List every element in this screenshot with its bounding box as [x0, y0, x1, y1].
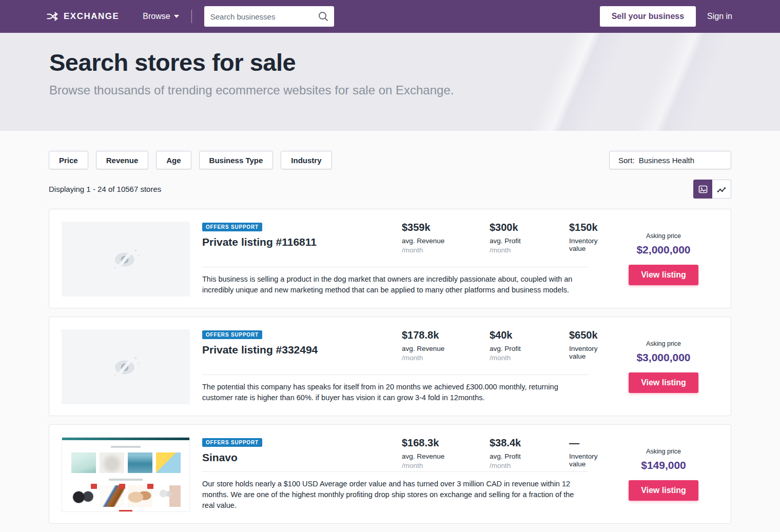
- sort-value: Business Health: [639, 156, 694, 165]
- page-subtitle: Browse thousands of trending ecommerce w…: [49, 83, 780, 97]
- view-listing-button[interactable]: View listing: [629, 372, 698, 393]
- listing-main: OFFERS SUPPORT Private listing #116811 $…: [202, 222, 598, 295]
- profit-label: avg. Profit: [490, 452, 569, 460]
- revenue-label: avg. Revenue: [402, 345, 490, 352]
- asking-price-value: $2,000,000: [636, 244, 690, 256]
- listing-main: OFFERS SUPPORT Sinavo $168.3k avg. Reven…: [202, 437, 598, 511]
- listing-description: Our store holds nearly a $100 USD Averag…: [202, 479, 588, 511]
- shuffle-icon: [47, 11, 59, 22]
- filter-price[interactable]: Price: [49, 151, 88, 169]
- offers-support-badge: OFFERS SUPPORT: [202, 438, 262, 447]
- profit-period: /month: [490, 354, 569, 362]
- top-nav: EXCHANGE Browse Sell your business Sign …: [0, 0, 780, 33]
- product-thumb: [100, 485, 124, 507]
- product-thumb: [156, 452, 181, 473]
- browse-label: Browse: [143, 12, 170, 21]
- caret-down-icon: [174, 15, 179, 18]
- listing-main: OFFERS SUPPORT Private listing #332494 $…: [202, 329, 598, 403]
- view-listing-button[interactable]: View listing: [629, 480, 698, 501]
- hidden-eye-icon: [109, 353, 143, 381]
- results-meta-row: Displaying 1 - 24 of 10567 stores: [49, 180, 731, 199]
- revenue-period: /month: [402, 354, 490, 362]
- profit-value: $300k: [490, 222, 569, 233]
- filter-age[interactable]: Age: [156, 151, 191, 169]
- sign-in-link[interactable]: Sign in: [707, 12, 732, 21]
- offers-support-badge: OFFERS SUPPORT: [202, 330, 262, 339]
- private-listing-thumbnail: [62, 329, 190, 404]
- revenue-period: /month: [402, 246, 490, 254]
- profit-value: $38.4k: [490, 437, 569, 449]
- screenshot-header-bar: [62, 438, 189, 440]
- filter-business-type[interactable]: Business Type: [199, 151, 274, 169]
- profit-label: avg. Profit: [490, 237, 569, 245]
- asking-price-label: Asking price: [646, 232, 681, 240]
- sale-badge: [119, 484, 125, 489]
- screenshot-heading: [111, 446, 141, 448]
- listing-title[interactable]: Sinavo: [202, 451, 402, 464]
- hero: Search stores for sale Browse thousands …: [0, 33, 780, 131]
- view-toggle: [693, 180, 731, 199]
- listing-stats: $168.3k avg. Revenue /month $38.4k avg. …: [402, 437, 598, 471]
- stat-profit: $40k avg. Profit /month: [490, 329, 569, 375]
- browse-menu[interactable]: Browse: [140, 11, 182, 22]
- listing-stats: $359k avg. Revenue /month $300k avg. Pro…: [402, 222, 598, 267]
- listing-title[interactable]: Private listing #116811: [202, 236, 402, 248]
- inventory-label: Inventory value: [569, 345, 598, 360]
- stat-inventory: $150k Inventory value: [569, 222, 598, 267]
- product-thumb: [71, 485, 96, 507]
- stat-profit: $38.4k avg. Profit /month: [490, 437, 569, 471]
- inventory-value: —: [569, 437, 598, 449]
- inventory-value: $150k: [569, 222, 598, 233]
- search-icon[interactable]: [318, 11, 329, 24]
- sort-select[interactable]: Sort: Business Health: [609, 151, 731, 169]
- revenue-label: avg. Revenue: [402, 452, 490, 460]
- asking-price-value: $149,000: [641, 459, 686, 471]
- screenshot-heading: [109, 479, 143, 481]
- page-title: Search stores for sale: [49, 48, 780, 76]
- stat-revenue: $168.3k avg. Revenue /month: [402, 437, 490, 471]
- sell-your-business-button[interactable]: Sell your business: [600, 6, 696, 27]
- inventory-label: Inventory value: [569, 452, 598, 468]
- hidden-eye-icon: [109, 245, 143, 273]
- asking-price-label: Asking price: [646, 448, 681, 455]
- stat-inventory: — Inventory value: [569, 437, 598, 471]
- asking-price-panel: Asking price $3,000,000 View listing: [609, 329, 718, 403]
- listing-description: The potential this company has speaks fo…: [202, 382, 588, 403]
- profit-period: /month: [490, 246, 569, 254]
- stat-profit: $300k avg. Profit /month: [490, 222, 569, 267]
- results-count: Displaying 1 - 24 of 10567 stores: [49, 185, 161, 193]
- filter-revenue[interactable]: Revenue: [96, 151, 149, 169]
- card-view-toggle[interactable]: [693, 180, 712, 199]
- product-thumb: [71, 452, 96, 473]
- search-box: [204, 6, 334, 27]
- sale-badge: [91, 484, 97, 489]
- view-listing-button[interactable]: View listing: [629, 265, 698, 285]
- chart-view-toggle[interactable]: [712, 180, 731, 199]
- brand-name: EXCHANGE: [64, 11, 119, 22]
- asking-price-value: $3,000,000: [636, 351, 690, 364]
- search-input[interactable]: [204, 6, 334, 27]
- asking-price-panel: Asking price $149,000 View listing: [609, 437, 718, 511]
- profit-value: $40k: [490, 329, 569, 341]
- exchange-logo[interactable]: EXCHANGE: [47, 11, 119, 22]
- revenue-period: /month: [402, 462, 490, 469]
- listing-title[interactable]: Private listing #332494: [202, 344, 402, 356]
- card-divider: [202, 267, 588, 267]
- screenshot-collection-row: [62, 452, 189, 473]
- filter-industry[interactable]: Industry: [281, 151, 332, 169]
- screenshot-featured-row: [62, 485, 189, 507]
- card-divider: [202, 375, 588, 375]
- inventory-label: Inventory value: [569, 237, 598, 252]
- sort-label: Sort:: [618, 156, 635, 165]
- screenshot-footer-dash: [119, 510, 132, 511]
- asking-price-label: Asking price: [646, 340, 681, 347]
- asking-price-panel: Asking price $2,000,000 View listing: [609, 222, 718, 295]
- offers-support-badge: OFFERS SUPPORT: [202, 223, 262, 231]
- revenue-value: $168.3k: [402, 437, 490, 449]
- listing-card: OFFERS SUPPORT Sinavo $168.3k avg. Reven…: [49, 424, 731, 524]
- inventory-value: $650k: [569, 329, 598, 341]
- profit-label: avg. Profit: [490, 345, 569, 352]
- nav-right: Sell your business Sign in: [600, 6, 732, 27]
- stat-revenue: $178.8k avg. Revenue /month: [402, 329, 490, 375]
- store-screenshot-thumbnail: [62, 437, 190, 512]
